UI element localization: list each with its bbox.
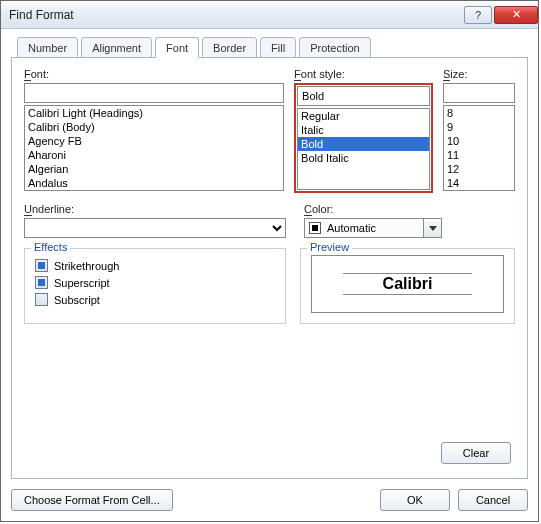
choose-format-button[interactable]: Choose Format From Cell... [11, 489, 173, 511]
color-combo[interactable]: Automatic [304, 218, 424, 238]
list-item[interactable]: Italic [298, 123, 429, 137]
dialog-window: Find Format ? ✕ Number Alignment Font Bo… [0, 0, 539, 522]
tab-alignment[interactable]: Alignment [81, 37, 152, 58]
underline-label: Underline: [24, 203, 286, 216]
fontstyle-input[interactable] [297, 86, 430, 106]
tab-font[interactable]: Font [155, 37, 199, 58]
color-dropdown-button[interactable] [424, 218, 442, 238]
underline-combo[interactable] [24, 218, 286, 238]
preview-group: Preview Calibri [300, 248, 515, 324]
font-label: Font: [24, 68, 284, 81]
checkbox-icon [35, 276, 48, 289]
checkbox-icon [35, 293, 48, 306]
clear-button[interactable]: Clear [441, 442, 511, 464]
tab-protection[interactable]: Protection [299, 37, 371, 58]
list-item[interactable]: 8 [444, 106, 514, 120]
window-title: Find Format [9, 8, 462, 22]
list-item[interactable]: 12 [444, 162, 514, 176]
checkbox-label: Strikethrough [54, 260, 119, 272]
effects-group: Effects Strikethrough Superscript Subscr… [24, 248, 286, 324]
list-item[interactable]: Calibri (Body) [25, 120, 283, 134]
list-item[interactable]: Agency FB [25, 134, 283, 148]
subscript-checkbox[interactable]: Subscript [35, 293, 275, 306]
size-input[interactable] [443, 83, 515, 103]
checkbox-label: Subscript [54, 294, 100, 306]
fontstyle-label: Font style: [294, 68, 433, 81]
checkbox-icon [35, 259, 48, 272]
size-label: Size: [443, 68, 515, 81]
fontstyle-listbox[interactable]: Regular Italic Bold Bold Italic [297, 108, 430, 190]
color-label: Color: [304, 203, 514, 216]
list-item[interactable]: Andalus [25, 176, 283, 190]
help-icon: ? [475, 9, 481, 21]
list-item[interactable]: Calibri Light (Headings) [25, 106, 283, 120]
list-item[interactable]: Bold [298, 137, 429, 151]
close-button[interactable]: ✕ [494, 6, 538, 24]
chevron-down-icon [429, 226, 437, 231]
preview-legend: Preview [307, 241, 352, 253]
list-item[interactable]: 9 [444, 120, 514, 134]
dialog-footer: Choose Format From Cell... OK Cancel [1, 489, 538, 521]
color-swatch-icon [309, 222, 321, 234]
list-item[interactable]: Aharoni [25, 148, 283, 162]
list-item[interactable]: 10 [444, 134, 514, 148]
list-item[interactable]: 11 [444, 148, 514, 162]
strikethrough-checkbox[interactable]: Strikethrough [35, 259, 275, 272]
tab-strip: Number Alignment Font Border Fill Protec… [11, 37, 528, 58]
list-item[interactable]: Regular [298, 109, 429, 123]
size-listbox[interactable]: 8 9 10 11 12 14 [443, 105, 515, 191]
list-item[interactable]: Algerian [25, 162, 283, 176]
ok-button[interactable]: OK [380, 489, 450, 511]
help-button[interactable]: ? [464, 6, 492, 24]
list-item[interactable]: 14 [444, 176, 514, 190]
tab-number[interactable]: Number [17, 37, 78, 58]
fontstyle-highlight: Regular Italic Bold Bold Italic [294, 83, 433, 193]
font-listbox[interactable]: Calibri Light (Headings) Calibri (Body) … [24, 105, 284, 191]
font-input[interactable] [24, 83, 284, 103]
cancel-button[interactable]: Cancel [458, 489, 528, 511]
color-value: Automatic [327, 222, 376, 234]
tab-pane-font: Font: Calibri Light (Headings) Calibri (… [11, 57, 528, 479]
effects-legend: Effects [31, 241, 70, 253]
content-area: Number Alignment Font Border Fill Protec… [1, 29, 538, 489]
superscript-checkbox[interactable]: Superscript [35, 276, 275, 289]
checkbox-label: Superscript [54, 277, 110, 289]
tab-border[interactable]: Border [202, 37, 257, 58]
titlebar: Find Format ? ✕ [1, 1, 538, 29]
tab-fill[interactable]: Fill [260, 37, 296, 58]
preview-box: Calibri [311, 255, 504, 313]
preview-text: Calibri [343, 273, 473, 295]
list-item[interactable]: Bold Italic [298, 151, 429, 165]
close-icon: ✕ [512, 8, 521, 21]
